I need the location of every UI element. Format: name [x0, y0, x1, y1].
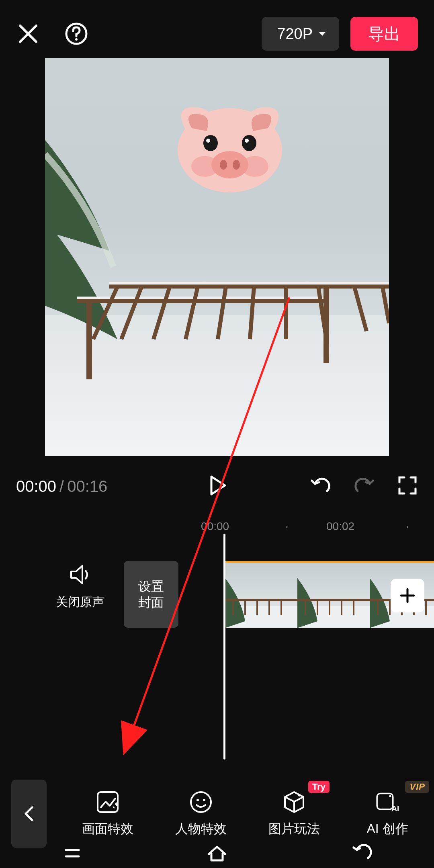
svg-line-11 [250, 287, 254, 339]
mute-label: 关闭原声 [54, 594, 106, 610]
resolution-button[interactable]: 720P [262, 17, 339, 51]
svg-text:AI: AI [391, 804, 399, 813]
play-button[interactable] [206, 474, 228, 498]
system-nav-bar [0, 840, 434, 868]
export-button[interactable]: 导出 [350, 17, 418, 51]
preview-railing [45, 259, 389, 379]
export-label: 导出 [368, 23, 400, 45]
nav-back-button[interactable] [350, 842, 373, 866]
add-clip-button[interactable] [391, 579, 424, 612]
svg-point-24 [245, 139, 249, 143]
redo-button[interactable] [354, 475, 375, 497]
back-icon [350, 842, 373, 864]
timeline-track[interactable]: 关闭原声 设置 封面 [0, 547, 434, 639]
tool-ai-create[interactable]: VIP AI AI 创作 [341, 790, 434, 838]
playback-bar: 00:00 / 00:16 [0, 466, 434, 506]
tool-label: AI 创作 [366, 820, 408, 838]
tool-label: 画面特效 [82, 820, 133, 838]
svg-rect-47 [98, 792, 118, 812]
chevron-down-icon [317, 29, 327, 39]
undo-button[interactable] [310, 475, 331, 497]
current-time-label: 00:00 [16, 477, 56, 495]
ruler-mark-0: 00:00 [201, 520, 229, 533]
clip-thumbnail [225, 563, 297, 628]
help-icon[interactable] [64, 22, 88, 46]
cover-label-line2: 封面 [138, 595, 164, 610]
resolution-label: 720P [277, 25, 313, 43]
tool-label: 人物特效 [175, 820, 227, 838]
svg-point-26 [220, 160, 227, 170]
svg-line-8 [154, 287, 170, 339]
svg-point-23 [206, 139, 210, 143]
home-icon [206, 842, 228, 864]
top-bar: 720P 导出 [0, 14, 434, 54]
set-cover-button[interactable]: 设置 封面 [124, 561, 178, 628]
tool-image-play[interactable]: Try 图片玩法 [248, 790, 341, 838]
svg-line-9 [186, 287, 198, 339]
nav-home-button[interactable] [206, 842, 228, 866]
mute-original-audio-button[interactable]: 关闭原声 [54, 563, 106, 610]
svg-rect-28 [225, 599, 297, 601]
vip-badge: VIP [405, 781, 429, 793]
pig-sticker[interactable] [174, 94, 286, 194]
svg-point-51 [298, 794, 301, 796]
svg-line-6 [93, 287, 117, 339]
cube-icon [282, 790, 307, 815]
tool-face-effects[interactable]: 人物特效 [154, 790, 248, 838]
chevron-left-icon [23, 806, 35, 822]
svg-line-7 [121, 287, 141, 339]
timeline-ruler[interactable]: 00:00 · 00:02 · [0, 514, 434, 538]
ruler-dot: · [406, 520, 409, 533]
speaker-icon [68, 563, 92, 587]
toolbar-back-button[interactable] [11, 780, 47, 848]
svg-line-15 [383, 287, 389, 323]
video-preview[interactable] [45, 58, 389, 456]
tool-screen-effects[interactable]: 画面特效 [61, 790, 154, 838]
try-badge: Try [308, 781, 330, 793]
time-separator: / [59, 477, 64, 495]
svg-line-14 [354, 287, 366, 331]
total-time-label: 00:16 [67, 477, 107, 495]
ruler-mark-1: 00:02 [326, 520, 354, 533]
svg-line-10 [218, 287, 226, 339]
svg-point-1 [75, 38, 78, 41]
svg-point-22 [242, 135, 256, 151]
ai-create-icon: AI [375, 790, 400, 815]
plus-icon [399, 588, 416, 604]
fullscreen-button[interactable] [397, 475, 418, 497]
svg-point-25 [211, 151, 248, 178]
svg-point-21 [203, 135, 218, 151]
clip-thumbnail [297, 563, 370, 628]
svg-point-50 [203, 799, 205, 801]
menu-icon [61, 842, 84, 864]
cover-label-line1: 设置 [138, 579, 164, 594]
svg-rect-34 [297, 599, 370, 601]
face-effects-icon [188, 790, 213, 815]
tool-label: 图片玩法 [268, 820, 320, 838]
screen-effects-icon [95, 790, 120, 815]
svg-rect-3 [109, 282, 389, 285]
nav-recents-button[interactable] [61, 842, 84, 866]
ruler-dot: · [285, 520, 289, 533]
svg-point-49 [197, 799, 199, 801]
svg-point-53 [389, 795, 391, 797]
svg-point-27 [233, 160, 240, 170]
playhead[interactable] [223, 534, 225, 760]
close-icon[interactable] [16, 22, 40, 46]
svg-point-48 [191, 792, 211, 812]
